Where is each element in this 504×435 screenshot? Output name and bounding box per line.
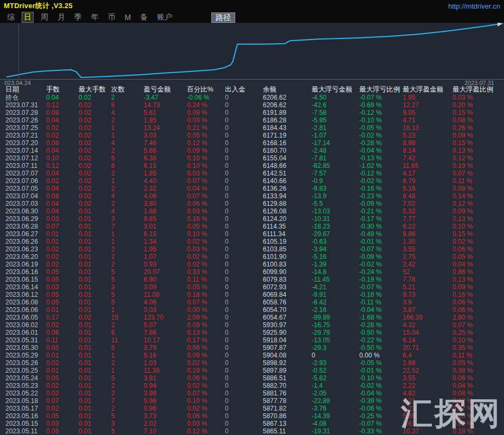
table-row[interactable]: 2023.07.030.040.0223.800.06 %06129.88-5.… [5, 200, 504, 207]
table-row[interactable]: 2023.06.260.010.0111.340.02 %06105.19-0.… [5, 238, 504, 245]
cell-date: 持仓 [5, 94, 46, 101]
cell-pl: 3.81 [144, 374, 187, 382]
table-row[interactable]: 2023.06.020.020.0125.070.09 %05930.97-16… [5, 321, 504, 329]
table-row[interactable]: 2023.06.270.010.0116.150.10 %06111.34-29… [5, 230, 504, 238]
table-row[interactable]: 2023.05.240.050.0153.810.06 %05886.51-5.… [5, 374, 504, 382]
cell-in-out: 0 [225, 170, 263, 177]
table-row[interactable]: 2023.06.150.050.0156.900.11 %06079.83-11… [5, 276, 504, 283]
table-row[interactable]: 2023.07.260.040.0221.850.03 %06186.28-5.… [5, 116, 504, 124]
table-row[interactable]: 2023.07.070.040.0221.850.03 %06142.51-7.… [5, 170, 504, 177]
cell-balance: 6058.76 [263, 298, 312, 306]
table-row[interactable]: 2023.07.060.020.0214.400.07 %06140.66-0.… [5, 177, 504, 185]
cell-date: 2023.06.29 [5, 215, 46, 223]
cell-pl: 6.38 [144, 154, 187, 162]
table-row[interactable]: 2023.06.160.050.01520.070.33 %06099.90-1… [5, 268, 504, 276]
table-row[interactable]: 2023.06.080.050.0154.060.07 %06058.76-6.… [5, 298, 504, 306]
app-title: MTDriver统计 ,V3.25 [4, 1, 73, 11]
cell-date: 2023.05.30 [5, 344, 46, 352]
cell-lots: 0.02 [46, 261, 79, 268]
table-row[interactable]: 2023.07.040.080.0244.060.07 %06133.94-13… [5, 192, 504, 200]
table-row[interactable]: 2023.05.310.110.011110.170.17 %05918.04-… [5, 336, 504, 344]
table-row[interactable]: 2023.07.280.080.0245.610.09 %06191.89-7.… [5, 109, 504, 116]
cell-pct: 0.02 % [187, 238, 225, 245]
cell-max-float-loss-pct: -0.21 % [359, 207, 403, 215]
table-row[interactable]: 2023.05.180.070.0175.960.10 %05877.78-22… [5, 397, 504, 405]
cell-pct: 0.05 % [187, 223, 225, 230]
table-row[interactable]: 2023.06.230.020.0121.950.03 %06103.85-3.… [5, 245, 504, 253]
cell-max-lots: 0.01 [79, 268, 111, 276]
path-button[interactable]: 路径 [211, 12, 235, 23]
cell-max-float-loss: -0.9 [312, 177, 359, 185]
table-row[interactable]: 2023.05.300.050.0153.790.06 %05907.87-29… [5, 344, 504, 352]
table-row[interactable]: 2023.07.250.020.02113.240.21 %06184.43-2… [5, 124, 504, 132]
cell-date: 2023.06.20 [5, 253, 46, 261]
cell-pl: 7.10 [144, 427, 187, 435]
menu-item-day[interactable]: 日 [22, 12, 33, 22]
menu-item-m[interactable]: M [123, 13, 133, 22]
cell-max-float-profit-pct: 0.19 % [453, 162, 499, 170]
table-row[interactable]: 2023.05.260.020.0121.030.02 %05898.92-2.… [5, 359, 504, 367]
table-row[interactable]: 2023.06.280.070.0173.010.05 %06114.35-18… [5, 223, 504, 230]
table-row[interactable]: 2023.05.290.010.0115.160.09 %05904.0800.… [5, 352, 504, 359]
table-row[interactable]: 2023.05.150.030.0132.020.03 %05867.13-4.… [5, 420, 504, 427]
cell-max-float-loss: -29.79 [312, 329, 359, 336]
cell-max-float-profit-pct: 0.26 % [453, 124, 499, 132]
cell-pct: 0.24 % [187, 101, 225, 109]
table-row[interactable]: 2023.07.140.040.0225.660.09 %06160.70-2.… [5, 147, 504, 154]
cell-times: 1 [111, 367, 144, 374]
table-row[interactable]: 2023.06.140.030.0133.090.05 %06072.93-4.… [5, 283, 504, 291]
cell-date: 2023.06.12 [5, 291, 46, 298]
cell-in-out: 0 [225, 276, 263, 283]
table-row[interactable]: 2023.05.220.020.0123.980.07 %05881.76-2.… [5, 389, 504, 397]
cell-max-float-loss-pct: -0.24 % [359, 268, 403, 276]
cell-times: 5 [111, 427, 144, 435]
table-row[interactable]: 2023.06.200.020.0121.070.02 %06101.90-5.… [5, 253, 504, 261]
table-row[interactable]: 2023.06.010.060.0167.860.13 %05925.90-29… [5, 329, 504, 336]
menu-items: 综日周月季年币M备账户 [5, 12, 180, 22]
table-row[interactable]: 2023.05.250.010.01111.380.19 %05897.89-0… [5, 367, 504, 374]
table-row[interactable]: 2023.06.190.020.0120.930.02 %06100.83-1.… [5, 261, 504, 268]
cell-max-float-profit-pct: 0.20 % [453, 101, 499, 109]
table-row[interactable]: 2023.05.160.050.0153.730.06 %05870.86-14… [5, 412, 504, 420]
menu-item-account[interactable]: 账户 [156, 12, 174, 22]
menu-item-year[interactable]: 年 [89, 12, 100, 22]
table-row[interactable]: 2023.07.050.040.0222.320.04 %06136.26-9.… [5, 185, 504, 192]
cell-max-float-loss-pct: -0.05 % [359, 359, 403, 367]
site-link[interactable]: http://mtdriver.cn [448, 2, 500, 10]
table-row[interactable]: 2023.05.170.020.0120.960.02 %05871.82-3.… [5, 405, 504, 412]
cell-times: 2 [111, 389, 144, 397]
table-row[interactable]: 2023.06.050.170.0215123.702.09 %06054.67… [5, 314, 504, 321]
cell-times: 2 [111, 261, 144, 268]
table-row[interactable]: 2023.07.310.120.02614.730.24 %06206.62-4… [5, 101, 504, 109]
cell-date: 2023.07.14 [5, 147, 46, 154]
cell-pct: 0.03 % [187, 420, 225, 427]
table-row[interactable]: 2023.06.300.040.0141.880.03 %06126.08-13… [5, 207, 504, 215]
table-row[interactable]: 2023.05.110.050.0157.100.12 %05865.11-19… [5, 427, 504, 435]
cell-pl: -3.47 [144, 94, 187, 101]
table-row[interactable]: 2023.07.210.020.0213.030.05 %06171.19-1.… [5, 132, 504, 139]
table-row[interactable]: 2023.06.290.030.0139.850.16 %06124.20-10… [5, 215, 504, 223]
table-row[interactable]: 2023.06.060.010.0110.030.00 %06054.70-2.… [5, 306, 504, 314]
cell-max-lots: 0.02 [79, 200, 111, 207]
menu-item-quarter[interactable]: 季 [73, 12, 83, 22]
table-row[interactable]: 2023.07.120.100.0256.380.10 %06155.04-7.… [5, 154, 504, 162]
menu-item-month[interactable]: 月 [56, 12, 67, 22]
cell-max-lots: 0.01 [79, 245, 111, 253]
menu-item-week[interactable]: 周 [39, 12, 50, 22]
cell-in-out: 0 [225, 336, 263, 344]
cell-pct: 0.06 % [187, 344, 225, 352]
menu-item-summary[interactable]: 综 [5, 12, 16, 22]
menu-item-note[interactable]: 备 [139, 12, 150, 22]
table-row[interactable]: 2023.06.120.050.01511.080.18 %06069.84-9… [5, 291, 504, 298]
table-row-position[interactable]: 持仓0.040.022-3.47-0.06 %06206.62-4.50-0.0… [5, 94, 504, 101]
table-row[interactable]: 2023.07.110.120.0266.150.10 %06148.66-62… [5, 162, 504, 170]
table-row[interactable]: 2023.05.230.020.0120.940.02 %05882.70-1.… [5, 382, 504, 389]
cell-pl: 1.03 [144, 359, 187, 367]
cell-pct: 0.13 % [187, 329, 225, 336]
cell-pct: 0.06 % [187, 374, 225, 382]
table-row[interactable]: 2023.07.200.080.0247.460.12 %06168.16-17… [5, 139, 504, 147]
chart-start-date: 023.04.24 [4, 80, 31, 86]
cell-max-lots: 0.01 [79, 405, 111, 412]
cell-max-float-loss-pct: -0.07 % [359, 94, 403, 101]
menu-item-currency[interactable]: 币 [106, 12, 117, 22]
